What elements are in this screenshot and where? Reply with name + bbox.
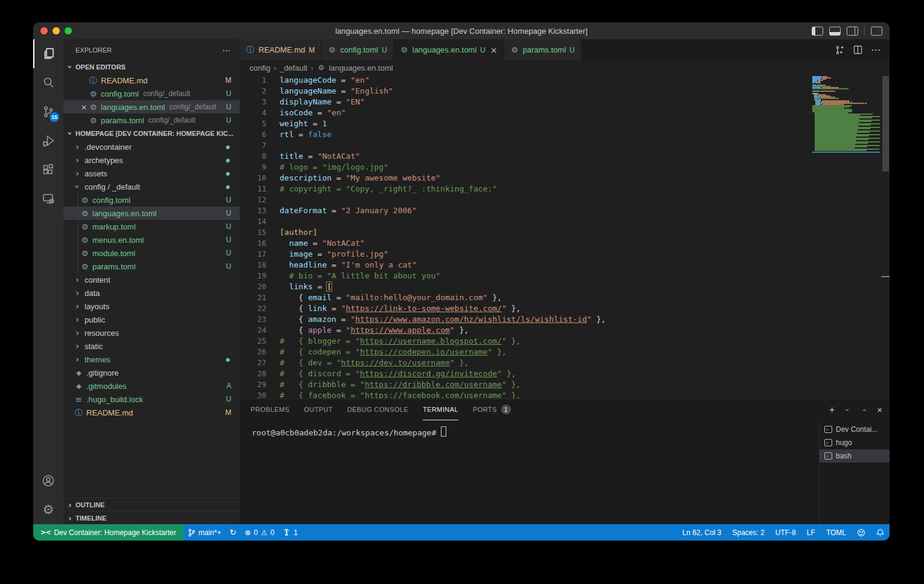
tree-item-menus-en-toml[interactable]: ⚙menus.en.tomlU: [63, 233, 240, 246]
panel-tab-output[interactable]: OUTPUT: [304, 399, 333, 420]
tree-item-params-toml[interactable]: ⚙params.tomlU: [63, 260, 240, 273]
terminal-instance-hugo[interactable]: ›hugo: [820, 436, 890, 449]
code-line: 26# { codepen = "https://codepen.io/user…: [240, 347, 890, 358]
token: =: [336, 315, 350, 324]
terminal-dropdown-icon[interactable]: ›: [844, 406, 851, 414]
tree-item-markup-toml[interactable]: ⚙markup.tomlU: [63, 220, 240, 233]
panel-tab-debug-console[interactable]: DEBUG CONSOLE: [347, 399, 408, 420]
close-panel-icon[interactable]: ×: [877, 405, 882, 415]
tree-item-public[interactable]: ›public: [63, 313, 240, 326]
tree-item-assets[interactable]: ›assets●: [63, 167, 240, 180]
git-branch-status[interactable]: main*+: [184, 524, 226, 541]
panel-tab-terminal[interactable]: TERMINAL: [423, 399, 458, 420]
close-window-button[interactable]: [40, 27, 48, 34]
language-mode-status[interactable]: TOML: [821, 528, 852, 537]
encoding-status[interactable]: UTF-8: [770, 528, 801, 537]
editor-scrollbar[interactable]: [881, 75, 890, 399]
token: # copyright = "Copy, _right?_ :thinking_…: [280, 184, 497, 193]
explorer-more-actions-icon[interactable]: ⋯: [222, 45, 231, 55]
extensions-icon[interactable]: [33, 155, 63, 184]
panel-tab-ports[interactable]: PORTS1: [473, 399, 511, 420]
open-editors-section-header[interactable]: › OPEN EDITORS: [63, 60, 240, 74]
code-line: 14: [240, 216, 890, 227]
close-tab-icon[interactable]: ×: [490, 45, 498, 55]
line-number: 9: [240, 162, 266, 173]
code-line: 2languageName = "English": [240, 86, 890, 97]
token: # bio = "A little bit about you": [280, 271, 440, 280]
close-editor-icon[interactable]: ×: [79, 103, 89, 112]
minimize-window-button[interactable]: [53, 27, 60, 34]
tree-item-resources[interactable]: ›resources: [63, 326, 240, 339]
tree-item--devcontainer[interactable]: ›.devcontainer●: [63, 140, 240, 153]
source-control-icon[interactable]: 15: [33, 97, 63, 126]
open-editor-item[interactable]: ⚙config.tomlconfig/_defaultU: [63, 87, 240, 100]
indentation-status[interactable]: Spaces: 2: [727, 528, 769, 537]
customize-layout-icon[interactable]: :: [871, 27, 882, 36]
workspace-section-header[interactable]: › HOMEPAGE [DEV CONTAINER: HOMEPAGE KIC.…: [63, 127, 240, 140]
tree-item-content[interactable]: ›content: [63, 273, 240, 286]
tab-languages-en-toml[interactable]: ⚙languages.en.tomlU×: [394, 39, 504, 60]
remote-indicator[interactable]: >< Dev Container: Homepage Kickstarter: [33, 524, 184, 541]
new-terminal-icon[interactable]: +: [829, 405, 835, 416]
cursor-position[interactable]: Ln 62, Col 3: [677, 528, 727, 537]
notifications-button[interactable]: [871, 528, 890, 537]
eol-status[interactable]: LF: [801, 528, 821, 537]
tree-item-archetypes[interactable]: ›archetypes●: [63, 153, 240, 167]
sync-changes-button[interactable]: ↻: [225, 524, 240, 541]
breadcrumb-segment[interactable]: languages.en.toml: [329, 63, 393, 72]
token: ": [450, 326, 455, 335]
manage-gear-icon[interactable]: ⚙: [33, 495, 63, 524]
tab-readme-md[interactable]: ⓘREADME.mdM: [240, 39, 321, 60]
tree-item-config-default[interactable]: ›config / _default●: [63, 180, 240, 193]
breadcrumb-segment[interactable]: config: [249, 63, 271, 72]
toggle-sidebar-icon[interactable]: [812, 27, 823, 36]
tree-item-data[interactable]: ›data: [63, 286, 240, 300]
terminal[interactable]: root@a0cb0adeb2da:/workspaces/homepage#: [240, 420, 819, 524]
tree-item-themes[interactable]: ›themes●: [63, 353, 240, 366]
code-editor[interactable]: 1languageCode = "en"2languageName = "Eng…: [240, 75, 890, 399]
token: "My awesome website": [346, 173, 441, 182]
tree-item--gitmodules[interactable]: ◆.gitmodulesA: [63, 379, 240, 393]
token: https://dribbble.com/username: [365, 380, 502, 389]
tweet-feedback-button[interactable]: [852, 528, 871, 537]
tree-item-languages-en-toml[interactable]: ⚙languages.en.tomlU: [63, 207, 240, 220]
titlebar-separator: [864, 27, 865, 35]
maximize-panel-icon[interactable]: ›: [861, 406, 868, 414]
ports-status[interactable]: 1: [278, 524, 302, 541]
accounts-icon[interactable]: [33, 466, 63, 495]
tree-item-static[interactable]: ›static: [63, 339, 240, 353]
tab-params-toml[interactable]: ⚙params.tomlU: [504, 39, 582, 60]
terminal-instance-bash[interactable]: ›bash: [820, 449, 890, 463]
tree-item-readme-md[interactable]: ⓘREADME.mdM: [63, 406, 240, 419]
outline-section-header[interactable]: › OUTLINE: [63, 498, 240, 511]
terminal-instance-dev-contai-[interactable]: ›Dev Contai...: [820, 423, 890, 436]
tree-item--gitignore[interactable]: ◆.gitignore: [63, 366, 240, 379]
toggle-secondary-sidebar-icon[interactable]: [847, 27, 858, 36]
zoom-window-button[interactable]: [65, 27, 72, 34]
tree-item--hugo-build-lock[interactable]: ≡.hugo_build.lockU: [63, 393, 240, 406]
bottom-panel: PROBLEMSOUTPUTDEBUG CONSOLETERMINALPORTS…: [240, 399, 890, 524]
open-editor-item[interactable]: ⓘREADME.mdM: [63, 74, 240, 87]
timeline-section-header[interactable]: › TIMELINE: [63, 511, 240, 524]
editor-more-actions-icon[interactable]: ⋯: [871, 44, 881, 56]
open-changes-icon[interactable]: [835, 45, 845, 55]
open-editor-item[interactable]: ×⚙languages.en.tomlconfig/_defaultU: [63, 100, 240, 114]
explorer-icon[interactable]: [33, 39, 63, 68]
split-editor-icon[interactable]: [853, 45, 862, 54]
lock-file-icon: ≡: [74, 396, 83, 403]
run-and-debug-icon[interactable]: [33, 126, 63, 155]
panel-tab-problems[interactable]: PROBLEMS: [251, 399, 289, 420]
open-editor-item[interactable]: ⚙params.tomlconfig/_defaultU: [63, 114, 240, 127]
remote-explorer-icon[interactable]: [33, 184, 63, 213]
tree-item-config-toml[interactable]: ⚙config.tomlU: [63, 193, 240, 207]
problems-status[interactable]: ⊗ 0 ⚠ 0: [240, 524, 278, 541]
minimap[interactable]: [812, 76, 880, 153]
search-icon[interactable]: [33, 68, 63, 97]
tab-label: languages.en.toml: [412, 45, 476, 54]
scrollbar-thumb[interactable]: [882, 76, 889, 172]
tree-item-layouts[interactable]: ›layouts: [63, 300, 240, 313]
tab-config-toml[interactable]: ⚙config.tomlU: [321, 39, 394, 60]
toggle-panel-icon[interactable]: [829, 27, 841, 36]
breadcrumb-segment[interactable]: _default: [280, 63, 307, 72]
tree-item-module-toml[interactable]: ⚙module.tomlU: [63, 246, 240, 260]
